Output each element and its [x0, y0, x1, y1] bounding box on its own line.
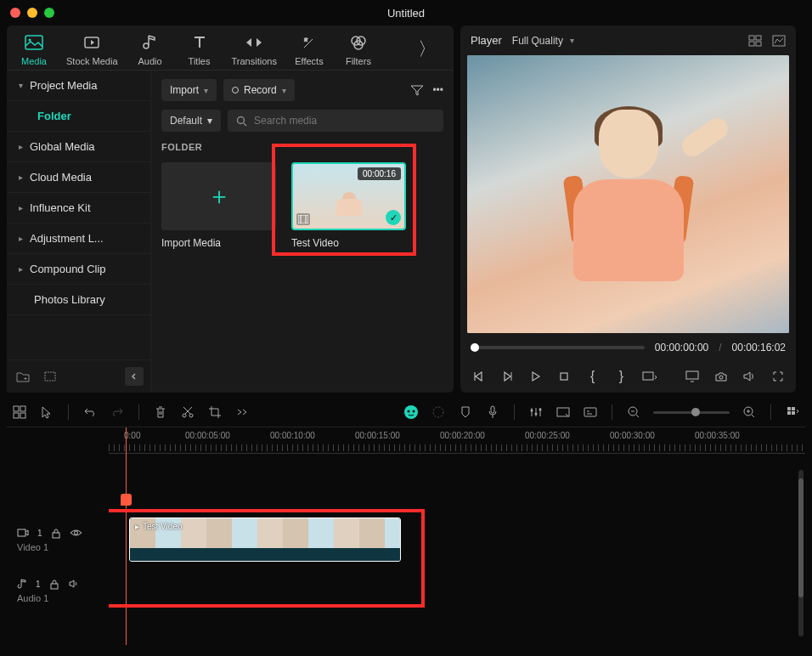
maximize-window-icon[interactable]	[44, 8, 54, 18]
video-clip[interactable]: ▸ Test Video	[129, 517, 401, 562]
play-icon: ▸	[135, 522, 139, 531]
sidebar-item-photos-library[interactable]: Photos Library	[7, 285, 150, 315]
chevron-down-icon: ▾	[207, 115, 212, 127]
record-button[interactable]: Record ▾	[223, 79, 295, 101]
cut-icon[interactable]	[180, 404, 195, 420]
search-box[interactable]	[228, 110, 443, 132]
mark-out-icon[interactable]: }	[614, 369, 629, 384]
tab-filters[interactable]: Filters	[341, 32, 375, 66]
player-scrubber[interactable]	[471, 346, 645, 349]
svg-point-30	[531, 410, 533, 412]
chevron-right-icon: ▸	[19, 142, 23, 151]
svg-rect-21	[14, 413, 19, 418]
import-button[interactable]: Import ▾	[161, 79, 217, 101]
quality-dropdown[interactable]: Full Quality ▾	[512, 35, 574, 47]
delete-icon[interactable]	[153, 404, 168, 420]
visibility-icon[interactable]	[70, 529, 82, 537]
import-media-item[interactable]: ＋ Import Media	[161, 162, 276, 249]
sort-dropdown[interactable]: Default ▾	[161, 110, 221, 132]
undo-icon[interactable]	[82, 404, 98, 420]
play-icon[interactable]	[527, 369, 543, 384]
ai-tool-icon[interactable]	[403, 404, 419, 420]
chevron-right-icon: ▸	[19, 172, 23, 182]
layout-icon[interactable]	[12, 404, 27, 420]
volume-icon[interactable]	[742, 369, 758, 384]
scrubber-thumb[interactable]	[471, 343, 479, 352]
window-controls	[10, 8, 54, 18]
video-track[interactable]: ▸ Test Video	[109, 516, 805, 563]
close-window-icon[interactable]	[10, 8, 20, 18]
track-display-icon[interactable]	[785, 404, 800, 420]
playhead-handle[interactable]	[121, 494, 132, 506]
tab-media[interactable]: Media	[17, 32, 51, 66]
sidebar-item-compound-clip[interactable]: ▸ Compound Clip	[7, 254, 150, 285]
tab-audio[interactable]: Audio	[133, 32, 167, 66]
svg-rect-16	[643, 372, 653, 380]
play-backward-icon[interactable]	[499, 369, 515, 384]
sidebar-item-folder[interactable]: Folder	[7, 101, 150, 132]
sidebar-item-adjustment-layer[interactable]: ▸ Adjustment L...	[7, 223, 150, 254]
audio-track-head[interactable]: 1 Audio 1	[7, 567, 109, 614]
zoom-out-icon[interactable]	[626, 404, 641, 420]
filter-icon[interactable]	[410, 84, 424, 96]
tab-stock-media[interactable]: Stock Media	[66, 32, 118, 66]
crop-icon[interactable]	[207, 404, 223, 420]
chevron-down-icon: ▾	[282, 86, 286, 95]
titlebar: Untitled	[0, 0, 812, 25]
new-folder-icon[interactable]	[14, 367, 32, 386]
video-thumb[interactable]: 00:00:16 ✓	[291, 162, 406, 230]
mark-in-icon[interactable]: {	[585, 369, 601, 384]
zoom-slider[interactable]	[653, 411, 730, 414]
scope-icon[interactable]	[772, 35, 786, 47]
tab-scroll-right-icon[interactable]: 〉	[411, 33, 443, 65]
tab-titles[interactable]: Titles	[183, 32, 217, 66]
sidebar-item-project-media[interactable]: ▾ Project Media	[7, 71, 150, 101]
grid-view-icon[interactable]	[748, 35, 762, 47]
collapse-sidebar-icon[interactable]	[125, 367, 144, 386]
svg-point-32	[539, 409, 542, 411]
speed-icon[interactable]	[431, 404, 446, 420]
cursor-icon[interactable]	[39, 404, 54, 420]
timeline-vscrollbar[interactable]	[798, 470, 804, 636]
zoom-in-icon[interactable]	[742, 404, 757, 420]
sidebar-item-influence-kit[interactable]: ▸ Influence Kit	[7, 193, 150, 223]
lock-icon[interactable]	[51, 528, 61, 539]
more-tools-icon[interactable]	[234, 404, 250, 420]
aspect-dropdown-icon[interactable]	[642, 369, 657, 384]
audio-track[interactable]	[109, 567, 805, 614]
minimize-window-icon[interactable]	[27, 8, 37, 18]
mixer-icon[interactable]	[528, 404, 544, 420]
display-icon[interactable]	[685, 369, 700, 384]
scrollbar-thumb[interactable]	[798, 478, 804, 597]
track-gutter: 1 Video 1 1 Audio 1	[7, 427, 109, 645]
playhead[interactable]	[126, 427, 127, 645]
voiceover-icon[interactable]	[485, 404, 500, 420]
search-icon	[236, 116, 247, 127]
lock-icon[interactable]	[49, 579, 59, 590]
more-options-icon[interactable]: •••	[432, 84, 443, 96]
mute-icon[interactable]	[68, 579, 80, 589]
marker-icon[interactable]	[458, 404, 473, 420]
prev-frame-icon[interactable]	[471, 369, 486, 384]
video-track-head[interactable]: 1 Video 1	[7, 516, 109, 563]
sidebar-item-global-media[interactable]: ▸ Global Media	[7, 132, 150, 162]
tab-effects[interactable]: Effects	[292, 32, 326, 66]
search-input[interactable]	[254, 115, 435, 127]
tab-transitions[interactable]: Transitions	[232, 32, 277, 66]
new-bin-icon[interactable]	[41, 367, 59, 386]
timeline-ruler[interactable]: 0:00 00:00:05:00 00:00:10:00 00:00:15:00…	[109, 427, 805, 453]
snapshot-icon[interactable]	[713, 369, 729, 384]
player-viewport[interactable]	[467, 55, 789, 333]
zoom-thumb[interactable]	[691, 408, 700, 416]
media-icon	[24, 32, 44, 53]
render-icon[interactable]	[555, 404, 571, 420]
caption-icon[interactable]	[583, 404, 598, 420]
redo-icon[interactable]	[110, 404, 125, 420]
stop-icon[interactable]	[556, 369, 572, 384]
chevron-down-icon: ▾	[204, 86, 208, 95]
import-thumb[interactable]: ＋	[161, 162, 276, 230]
sidebar-item-cloud-media[interactable]: ▸ Cloud Media	[7, 162, 150, 193]
track-area[interactable]: 0:00 00:00:05:00 00:00:10:00 00:00:15:00…	[109, 427, 805, 645]
fullscreen-icon[interactable]	[770, 369, 786, 384]
media-item-test-video[interactable]: 00:00:16 ✓ Test Video	[291, 162, 406, 249]
